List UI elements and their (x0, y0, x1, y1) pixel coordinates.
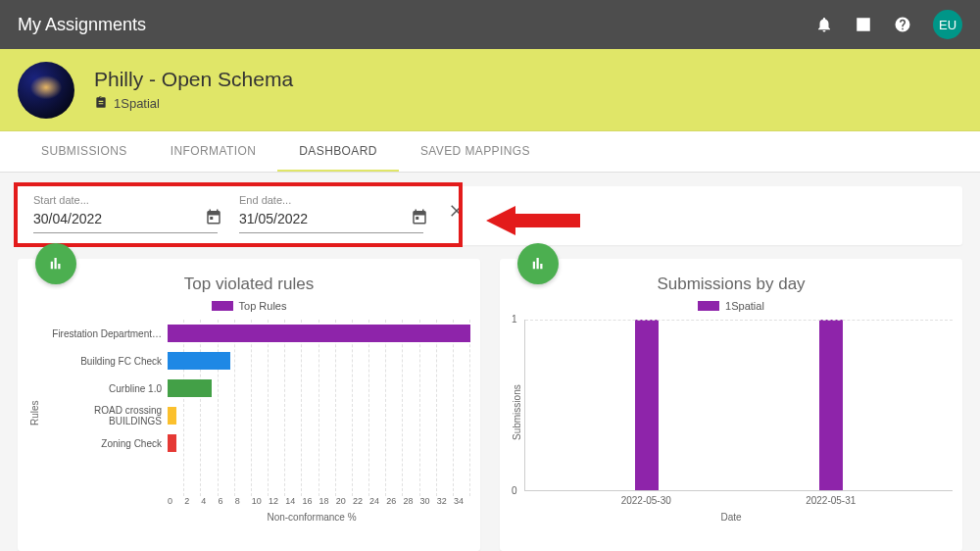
project-image (18, 62, 74, 119)
legend-swatch (698, 301, 719, 311)
end-date-field: End date... (239, 194, 423, 233)
x-tick-label: 2022-05-30 (621, 495, 671, 506)
calendar-icon[interactable] (205, 208, 222, 229)
tab-submissions[interactable]: SUBMISSIONS (20, 131, 149, 172)
y-axis-ticks: 10 (512, 314, 517, 496)
legend-label: Top Rules (239, 300, 287, 312)
project-header: Philly - Open Schema 1Spatial (0, 49, 980, 131)
bar (635, 320, 659, 490)
analytics-icon[interactable] (855, 16, 872, 33)
x-tick-label: 2022-05-31 (806, 495, 856, 506)
bar-label: Curbline 1.0 (42, 383, 168, 394)
bar-row: Firestation Department… (42, 320, 470, 347)
project-org-label: 1Spatial (114, 96, 160, 111)
tab-dashboard[interactable]: DASHBOARD (277, 131, 399, 172)
notifications-icon[interactable] (815, 16, 833, 33)
tab-information[interactable]: INFORMATION (149, 131, 278, 172)
start-date-label: Start date... (33, 194, 218, 206)
bar-label: Firestation Department… (42, 328, 168, 339)
calendar-icon[interactable] (411, 208, 428, 229)
chart-legend: Top Rules (27, 300, 470, 312)
chart-title: Submissions by day (510, 275, 953, 294)
page-title: My Assignments (18, 15, 815, 35)
tabs: SUBMISSIONS INFORMATION DASHBOARD SAVED … (0, 131, 980, 173)
svg-marker-0 (486, 206, 580, 235)
bar (168, 434, 176, 452)
bar (168, 352, 230, 370)
x-axis-label: Non-conformance % (153, 512, 470, 523)
project-org: 1Spatial (94, 95, 293, 112)
help-icon[interactable] (894, 16, 911, 33)
bar-label: ROAD crossing BUILDINGS (42, 405, 168, 426)
bar-row: Building FC Check (42, 347, 470, 375)
legend-label: 1Spatial (725, 300, 764, 312)
annotation-arrow (486, 204, 580, 241)
bar-label: Zoning Check (42, 438, 168, 449)
chart-title: Top violated rules (27, 275, 470, 294)
bar (168, 407, 176, 425)
clear-date-button[interactable] (449, 202, 466, 225)
chart-plot: Rules Firestation Department…Building FC… (27, 320, 470, 506)
bar (168, 379, 212, 397)
y-axis-label: Rules (27, 320, 42, 506)
x-axis-ticks: 2022-05-302022-05-31 (524, 491, 953, 506)
end-date-input[interactable] (239, 211, 411, 226)
date-range-bar: Start date... End date... (18, 186, 962, 245)
chart-action-button[interactable] (517, 243, 559, 284)
project-title: Philly - Open Schema (94, 68, 293, 91)
bar-label: Building FC Check (42, 356, 168, 367)
bar (168, 325, 470, 342)
charts-row: Top violated rules Top Rules Rules Fires… (0, 245, 980, 551)
chart-action-button[interactable] (35, 243, 76, 284)
chart-legend: 1Spatial (510, 300, 953, 312)
user-avatar[interactable]: EU (933, 10, 962, 39)
bar-row: Zoning Check (42, 429, 470, 457)
topbar-actions: EU (815, 10, 962, 39)
tab-saved-mappings[interactable]: SAVED MAPPINGS (399, 131, 552, 172)
bar-row: Curbline 1.0 (42, 375, 470, 402)
legend-swatch (212, 301, 233, 311)
chart-top-violated-rules: Top violated rules Top Rules Rules Fires… (18, 259, 480, 551)
chart-plot: Submissions 10 2022-05-302022-05-31 (510, 320, 953, 506)
chart-submissions-by-day: Submissions by day 1Spatial Submissions … (500, 259, 962, 551)
clipboard-icon (94, 95, 108, 112)
bar-row: ROAD crossing BUILDINGS (42, 402, 470, 429)
x-axis-ticks: 0246810121416182022242628303234 (168, 496, 470, 506)
x-axis-label: Date (510, 512, 953, 523)
start-date-input[interactable] (33, 211, 205, 226)
plot-area: 10 (524, 320, 953, 491)
bar (819, 320, 843, 490)
topbar: My Assignments EU (0, 0, 980, 49)
start-date-field: Start date... (33, 194, 218, 233)
end-date-label: End date... (239, 194, 423, 206)
